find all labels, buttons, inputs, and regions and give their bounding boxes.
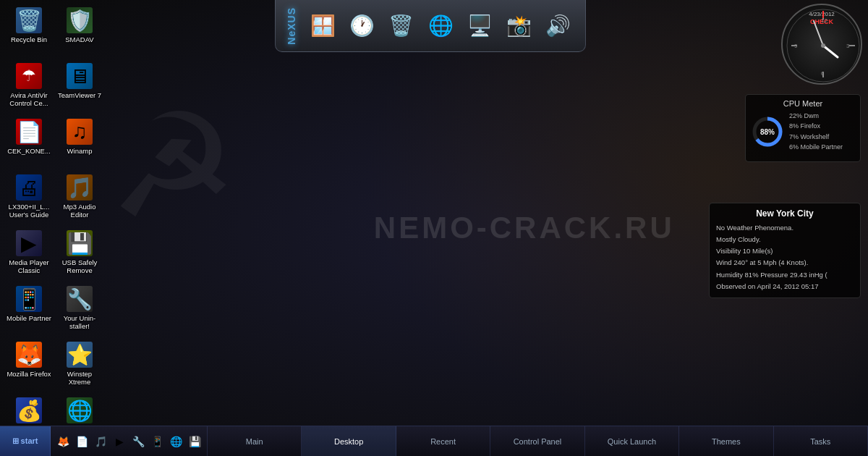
- svg-text:3: 3: [846, 43, 850, 49]
- uninstaller-icon: 🔧: [67, 286, 93, 312]
- winstep-icon: ⭐: [67, 342, 93, 368]
- nexus-icon-3[interactable]: 🌐: [424, 9, 457, 43]
- icon-recycle-bin[interactable]: 🗑️ Recycle Bin: [4, 4, 54, 59]
- running-app-2[interactable]: 🎵: [92, 433, 109, 450]
- icon-media-player[interactable]: ▶ Media Player Classic: [4, 227, 54, 282]
- weather-line: Observed on April 24, 2012 05:17: [716, 281, 854, 292]
- taskbar: ⊞ start 🦊📄🎵▶🔧📱🌐💾 MainDesktopRecentContro…: [0, 426, 868, 456]
- svg-text:6: 6: [821, 70, 825, 77]
- icon-mp3[interactable]: 🎵 Mp3 Audio Editor: [55, 172, 104, 226]
- weather-details: No Weather Phenomena.Mostly Cloudy.Visib…: [716, 222, 854, 292]
- avira-label: Avira AntiVir Control Ce...: [6, 91, 52, 108]
- running-app-1[interactable]: 📄: [73, 433, 90, 450]
- icon-teamviewer[interactable]: 🖥 TeamViewer 7: [55, 60, 104, 114]
- clock-face: 4/23/2012 CHECK 12 3 6 9: [781, 4, 862, 85]
- desktop-icons-area: 🗑️ Recycle Bin 🛡️ SMADAV ☂ Avira AntiVir…: [0, 0, 123, 427]
- icon-uninstaller[interactable]: 🔧 Your Unin-staller!: [55, 283, 104, 337]
- running-app-3[interactable]: ▶: [111, 433, 128, 450]
- taskbar-nav-tasks[interactable]: Tasks: [774, 426, 868, 456]
- taskbar-nav-themes[interactable]: Themes: [679, 426, 773, 456]
- firefox-icon: 🦊: [16, 342, 42, 368]
- cpu-percent: 88%: [760, 127, 775, 135]
- weather-line: Visibility 10 Mile(s): [716, 245, 854, 257]
- icon-cek[interactable]: 📄 CEK_KONE...: [4, 116, 54, 170]
- media-player-icon: ▶: [16, 230, 42, 256]
- avira-icon: ☂: [16, 63, 42, 89]
- uninstaller-label: Your Unin-staller!: [56, 314, 103, 331]
- recycle-bin-icon: 🗑️: [16, 7, 42, 33]
- running-app-5[interactable]: 📱: [148, 433, 166, 450]
- usb-remove-icon: 💾: [67, 230, 93, 256]
- nexus-icon-1[interactable]: 🕐: [346, 9, 379, 43]
- usb-remove-label: USB Safely Remove: [56, 258, 103, 275]
- winamp-label: Winamp: [67, 147, 93, 155]
- media-player-label: Media Player Classic: [6, 258, 52, 275]
- icon-smadav[interactable]: 🛡️ SMADAV: [55, 4, 104, 59]
- icon-firefox[interactable]: 🦊 Mozilla Firefox: [4, 339, 54, 393]
- weather-city: New York City: [716, 208, 854, 219]
- nexus-toolbar: NeXUS 🪟🕐🗑️🌐🖥️📸🔊: [275, 0, 586, 52]
- mobile-partner-icon: 📱: [16, 286, 42, 312]
- firefox-label: Mozilla Firefox: [7, 370, 51, 378]
- nexus-icon-5[interactable]: 📸: [503, 9, 536, 43]
- icon-epson[interactable]: 🖨 LX300+II_L... User's Guide: [4, 172, 54, 226]
- taskbar-nav-main[interactable]: Main: [208, 426, 302, 456]
- taskbar-nav-quick-launch[interactable]: Quick Launch: [585, 426, 679, 456]
- winamp-icon: ♫: [67, 119, 93, 145]
- nexus-icon-2[interactable]: 🗑️: [385, 9, 418, 43]
- svg-point-11: [821, 43, 825, 48]
- running-app-6[interactable]: 🌐: [167, 433, 184, 450]
- clock-widget: 4/23/2012 CHECK 12 3 6 9: [781, 4, 864, 87]
- cpu-detail-item: 6% Mobile Partner: [789, 142, 843, 152]
- teamviewer-icon: 🖥: [67, 63, 93, 89]
- epson-icon: 🖨: [16, 174, 42, 200]
- svg-text:9: 9: [794, 43, 798, 49]
- mobile-partner-label: Mobile Partner: [7, 314, 51, 322]
- cpu-meter-widget: CPU Meter 88% 22% Dwm8% Firefox7% Worksh…: [745, 94, 861, 162]
- recycle-bin-label: Recycle Bin: [11, 35, 47, 43]
- cek-icon: 📄: [16, 119, 42, 145]
- icon-winstep[interactable]: ⭐ Winstep Xtreme: [55, 339, 104, 393]
- weather-line: No Weather Phenomena.: [716, 222, 854, 234]
- weather-line: Humidity 81% Pressure 29.43 inHg (: [716, 269, 854, 281]
- cpu-detail-item: 22% Dwm: [789, 111, 843, 121]
- icon-usb-remove[interactable]: 💾 USB Safely Remove: [55, 227, 104, 282]
- running-app-7[interactable]: 💾: [186, 433, 203, 450]
- cpu-ring-area: 88% 22% Dwm8% Firefox7% Workshelf6% Mobi…: [752, 111, 854, 153]
- svg-line-9: [823, 46, 838, 57]
- weather-line: Mostly Cloudy.: [716, 234, 854, 245]
- weather-line: Wind 240° at 5 Mph (4 Knots).: [716, 257, 854, 269]
- icon-avira[interactable]: ☂ Avira AntiVir Control Ce...: [4, 60, 54, 114]
- icon-winamp[interactable]: ♫ Winamp: [55, 116, 104, 170]
- cek-label: CEK_KONE...: [7, 147, 51, 155]
- taskbar-nav-control-panel[interactable]: Control Panel: [490, 426, 584, 456]
- cpu-title: CPU Meter: [752, 99, 854, 108]
- icon-mobile-partner[interactable]: 📱 Mobile Partner: [4, 283, 54, 337]
- winstep-label: Winstep Xtreme: [56, 370, 103, 387]
- weather-widget: New York City No Weather Phenomena.Mostl…: [709, 203, 861, 298]
- taskbar-nav: MainDesktopRecentControl PanelQuick Laun…: [208, 426, 868, 456]
- www-nemo-icon: 🌐: [67, 397, 93, 423]
- svg-text:12: 12: [821, 17, 827, 24]
- smadav-icon: 🛡️: [67, 7, 93, 33]
- epson-label: LX300+II_L... User's Guide: [6, 203, 52, 219]
- mp3-label: Mp3 Audio Editor: [56, 203, 103, 219]
- start-button[interactable]: ⊞ start: [0, 426, 51, 456]
- nexus-icon-0[interactable]: 🪟: [306, 9, 339, 43]
- cpu-detail-item: 7% Workshelf: [789, 132, 843, 142]
- cpu-ring: 88%: [752, 116, 783, 148]
- clock-svg: 12 3 6 9: [783, 5, 864, 86]
- running-app-0[interactable]: 🦊: [54, 433, 72, 450]
- taskbar-nav-recent[interactable]: Recent: [396, 426, 490, 456]
- smadav-label: SMADAV: [65, 35, 93, 43]
- teamviewer-label: TeamViewer 7: [58, 91, 101, 99]
- svg-line-10: [814, 21, 823, 46]
- watermark-text: NEMO-CRACK.RU: [374, 211, 675, 245]
- running-app-4[interactable]: 🔧: [129, 433, 147, 450]
- payplus-icon: 💰: [16, 397, 42, 423]
- nexus-icon-6[interactable]: 🔊: [542, 9, 575, 43]
- nexus-logo: NeXUS: [286, 7, 297, 45]
- running-apps: 🦊📄🎵▶🔧📱🌐💾: [51, 426, 208, 456]
- taskbar-nav-desktop[interactable]: Desktop: [302, 426, 396, 456]
- nexus-icon-4[interactable]: 🖥️: [463, 9, 496, 43]
